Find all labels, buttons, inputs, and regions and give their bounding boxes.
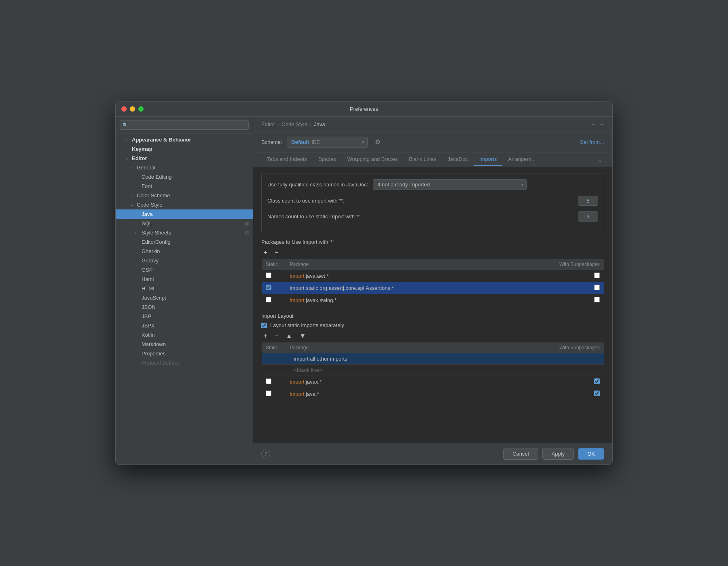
- layout-row3-package[interactable]: import javax.*: [286, 376, 552, 388]
- layout-row3-static-checkbox[interactable]: [266, 378, 271, 384]
- sidebar-item-editorconfig[interactable]: EditorConfig: [116, 237, 253, 247]
- apply-button[interactable]: Apply: [542, 448, 574, 460]
- breadcrumb-arrow-2: ›: [310, 121, 311, 127]
- maximize-button[interactable]: [138, 106, 144, 112]
- layout-static-checkbox[interactable]: [261, 323, 267, 328]
- static-count-input[interactable]: [578, 211, 598, 222]
- ok-button[interactable]: OK: [578, 448, 604, 460]
- layout-row3-subpkg: [552, 376, 604, 388]
- sidebar-item-sql[interactable]: › SQL ▤: [116, 219, 253, 228]
- layout-down-button[interactable]: ▼: [297, 332, 309, 340]
- tab-javadoc[interactable]: JavaDoc: [442, 153, 474, 166]
- tab-wrapping-braces[interactable]: Wrapping and Braces: [341, 153, 403, 166]
- nav-forward-button[interactable]: →: [599, 121, 604, 127]
- nav-back-button[interactable]: ←: [590, 121, 596, 127]
- row2-static-checkbox[interactable]: [266, 285, 271, 290]
- sidebar-item-markdown[interactable]: Markdown: [116, 340, 253, 349]
- sidebar-item-groovy[interactable]: Groovy: [116, 256, 253, 265]
- tab-spaces[interactable]: Spaces: [313, 153, 341, 166]
- sidebar-item-keymap[interactable]: Keymap: [116, 144, 253, 154]
- tabs-more-icon[interactable]: ⌄: [596, 153, 604, 166]
- sidebar-item-javascript[interactable]: JavaScript: [116, 293, 253, 302]
- help-button[interactable]: ?: [261, 450, 270, 458]
- sidebar-item-font[interactable]: Font: [116, 182, 253, 191]
- breadcrumb-java: Java: [314, 121, 325, 127]
- sidebar: 🔍 › Appearance & Behavior Keymap ⌄: [116, 117, 253, 465]
- sidebar-item-json[interactable]: JSON: [116, 302, 253, 312]
- sidebar-item-code-editing[interactable]: Code Editing: [116, 172, 253, 182]
- sidebar-item-html[interactable]: HTML: [116, 284, 253, 293]
- chevron-down-icon: ⌄: [125, 156, 130, 161]
- layout-row4-static-checkbox[interactable]: [266, 391, 271, 396]
- cancel-button[interactable]: Cancel: [503, 448, 538, 460]
- static-count-label: Names count to use static import with '*…: [267, 213, 573, 220]
- sidebar-item-gherkin[interactable]: Gherkin: [116, 247, 253, 256]
- layout-table-row: <blank line>: [262, 365, 604, 376]
- row1-subpkg-checkbox[interactable]: [594, 272, 600, 278]
- layout-row3-subpkg-checkbox[interactable]: [594, 378, 600, 384]
- packages-title: Packages to Use Import with '*': [261, 239, 604, 245]
- layout-remove-button[interactable]: −: [272, 332, 281, 340]
- tab-imports[interactable]: Imports: [474, 153, 502, 166]
- qualified-dropdown[interactable]: If not already imported Always Never: [373, 179, 527, 190]
- layout-row2-package[interactable]: <blank line>: [286, 365, 552, 376]
- layout-add-button[interactable]: +: [261, 332, 270, 340]
- sidebar-item-kotlin[interactable]: Kotlin: [116, 330, 253, 340]
- import-layout-title: Import Layout: [261, 313, 604, 319]
- row3-package-cell[interactable]: import javax.swing.*: [286, 294, 552, 306]
- layout-row4-package[interactable]: import java.*: [286, 388, 552, 400]
- row1-package-cell[interactable]: import java.awt.*: [286, 270, 552, 282]
- sidebar-item-protobuf[interactable]: Protocol Buffers: [116, 358, 253, 367]
- qualified-label: Use fully qualified class names in JavaD…: [267, 182, 368, 188]
- chevron-right-icon: ›: [125, 137, 130, 142]
- sidebar-item-style-sheets[interactable]: › Style Sheets ▤: [116, 228, 253, 237]
- class-count-input[interactable]: [578, 196, 598, 206]
- sidebar-item-java[interactable]: Java: [116, 209, 253, 219]
- packages-remove-button[interactable]: −: [272, 248, 281, 257]
- scheme-dropdown-arrow-icon: ▾: [362, 140, 364, 144]
- scheme-default-text: Default: [291, 139, 309, 145]
- scheme-dropdown[interactable]: Default IDE ▾: [287, 137, 368, 148]
- set-from-link[interactable]: Set from...: [580, 139, 604, 145]
- layout-row1-package[interactable]: import all other imports: [286, 353, 552, 365]
- tab-blank-lines[interactable]: Blank Lines: [403, 153, 442, 166]
- import-static-text: import static org.assertj.core.api.Asser…: [290, 285, 394, 291]
- class-count-label: Class count to use import with '*':: [267, 198, 573, 204]
- import-package: javax.*: [306, 379, 322, 385]
- tab-arrangement[interactable]: Arrangem...: [502, 153, 541, 166]
- packages-add-button[interactable]: +: [261, 248, 270, 257]
- sidebar-item-appearance[interactable]: › Appearance & Behavior: [116, 135, 253, 144]
- table-row: import static org.assertj.core.api.Asser…: [262, 282, 604, 294]
- sidebar-item-color-scheme[interactable]: › Color Scheme: [116, 191, 253, 200]
- panel-content: Use fully qualified class names in JavaD…: [253, 167, 612, 443]
- sidebar-item-editor[interactable]: ⌄ Editor: [116, 154, 253, 163]
- row2-subpkg-cell: [552, 282, 604, 294]
- layout-table: Static Package With Subpackages import a…: [261, 342, 604, 400]
- import-package: java.awt.*: [306, 273, 328, 279]
- layout-up-button[interactable]: ▲: [284, 332, 295, 340]
- sidebar-item-jspx[interactable]: JSPX: [116, 321, 253, 330]
- sidebar-item-jsp[interactable]: JSP: [116, 312, 253, 321]
- question-mark-icon: ?: [265, 451, 267, 457]
- row3-static-checkbox[interactable]: [266, 297, 271, 302]
- layout-row1-subpkg: [552, 353, 604, 365]
- sidebar-item-general[interactable]: › General: [116, 163, 253, 172]
- tab-tabs-indents[interactable]: Tabs and Indents: [261, 153, 313, 166]
- sidebar-item-code-style[interactable]: ⌄ Code Style: [116, 200, 253, 209]
- row2-subpkg-checkbox[interactable]: [594, 285, 600, 290]
- scheme-row: Scheme: Default IDE ▾ ⚙ Set from...: [253, 132, 612, 153]
- row3-subpkg-checkbox[interactable]: [594, 297, 600, 302]
- chevron-down-icon: ⌄: [130, 203, 135, 207]
- sidebar-item-properties[interactable]: Properties: [116, 349, 253, 358]
- close-button[interactable]: [121, 106, 127, 112]
- row2-package-cell[interactable]: import static org.assertj.core.api.Asser…: [286, 282, 552, 294]
- minimize-button[interactable]: [130, 106, 135, 112]
- scheme-gear-button[interactable]: ⚙: [372, 137, 383, 147]
- search-icon: 🔍: [123, 122, 128, 128]
- layout-row4-subpkg-checkbox[interactable]: [594, 391, 600, 396]
- search-input[interactable]: [120, 120, 249, 130]
- sidebar-item-haml[interactable]: Haml: [116, 275, 253, 284]
- row1-static-checkbox[interactable]: [266, 272, 271, 278]
- chevron-right-icon: ›: [130, 165, 135, 170]
- sidebar-item-gsp[interactable]: GSP: [116, 265, 253, 275]
